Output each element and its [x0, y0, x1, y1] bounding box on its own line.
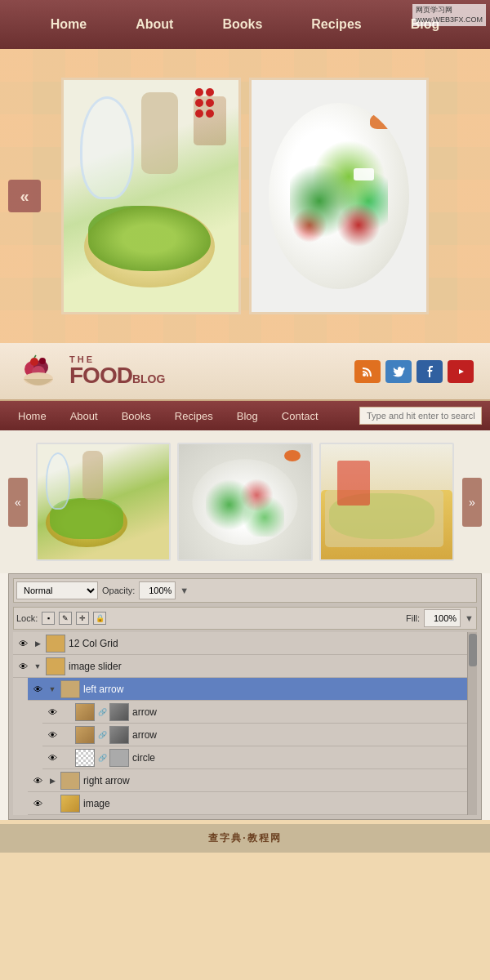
food-image-2: [252, 80, 426, 312]
layers-panel: Normal Opacity: ▼ Lock: ▪ ✎ ✛ 🔒 Fill: ▼ …: [8, 573, 482, 820]
footer-text: 查字典·教程网: [208, 831, 281, 845]
straw-dot: [195, 88, 203, 96]
image-slider-area: [0, 49, 490, 343]
nav-recipes[interactable]: Recipes: [311, 17, 361, 32]
svg-point-7: [363, 373, 366, 376]
opacity-input[interactable]: [139, 581, 176, 599]
opacity-label: Opacity:: [102, 586, 135, 595]
lock-position-icon[interactable]: ✎: [59, 612, 72, 625]
rss-button[interactable]: [354, 360, 381, 383]
layer-row-right-arrow[interactable]: ▶ right arrow: [28, 769, 467, 792]
svg-line-5: [34, 355, 36, 358]
layer-name-circle: circle: [132, 752, 464, 764]
straw-dot: [195, 99, 203, 107]
thumb-food-3: [321, 444, 452, 559]
layer-row-arrow-1[interactable]: 🔗 arrow: [42, 701, 467, 724]
straw-dot: [206, 88, 214, 96]
layer-row-left-arrow[interactable]: ▼ left arrow: [28, 678, 467, 701]
thumb-circle-a: [75, 749, 95, 767]
eye-circle[interactable]: [46, 751, 59, 764]
expand-image-slider[interactable]: ▼: [33, 662, 42, 671]
thumb-arrow-2a: [75, 726, 95, 744]
straw-items: [195, 88, 224, 118]
logo-bowl: [16, 353, 61, 390]
layers-toolbar: Normal Opacity: ▼: [13, 578, 477, 603]
thumbs-row: [36, 443, 454, 561]
layer-row-12col[interactable]: ▶ 12 Col Grid: [13, 632, 467, 655]
lock-all-icon[interactable]: 🔒: [93, 612, 106, 625]
thumb-3[interactable]: [319, 443, 454, 561]
thumb-slider: «: [0, 430, 490, 573]
eye-left-arrow[interactable]: [31, 683, 44, 696]
layer-row-circle[interactable]: 🔗 circle: [42, 746, 467, 769]
thumb-food-2: [179, 444, 310, 559]
logo-text: THE FOOD BLOG: [69, 355, 165, 387]
lock-move-icon[interactable]: ✛: [76, 612, 89, 625]
opacity-arrow[interactable]: ▼: [180, 586, 189, 595]
twitter-button[interactable]: [385, 360, 412, 383]
link-icon-2: 🔗: [98, 731, 106, 739]
straw-dot: [206, 109, 214, 118]
thumb-right-arrow[interactable]: »: [462, 478, 482, 527]
carrot: [370, 113, 394, 129]
layer-name-image: image: [83, 798, 464, 809]
scrollbar-thumb[interactable]: [469, 634, 477, 666]
salad-content-2: [290, 140, 388, 261]
layer-name-arrow-1: arrow: [132, 706, 464, 718]
nav-about[interactable]: About: [136, 17, 173, 32]
layers-lock-row: Lock: ▪ ✎ ✛ 🔒 Fill: ▼: [13, 607, 477, 630]
lock-pixels-icon[interactable]: ▪: [42, 612, 55, 625]
layer-name-12col: 12 Col Grid: [69, 638, 464, 649]
thumb-food-1: [38, 444, 169, 559]
food-image-1: [64, 80, 238, 312]
lock-label: Lock:: [16, 613, 38, 623]
eye-image[interactable]: [31, 797, 44, 810]
eye-right-arrow[interactable]: [31, 774, 44, 787]
site-nav-about[interactable]: About: [60, 403, 108, 429]
site-nav-books[interactable]: Books: [112, 403, 161, 429]
fill-label: Fill:: [406, 613, 420, 623]
layer-row-image-slider[interactable]: ▼ image slider: [13, 655, 467, 678]
logo-area: THE FOOD BLOG: [16, 353, 165, 390]
site-nav-recipes[interactable]: Recipes: [165, 403, 223, 429]
layer-list: ▶ 12 Col Grid ▼ image slider ▼ left arr: [13, 632, 467, 815]
slider-left-arrow[interactable]: [8, 180, 41, 212]
layers-scrollbar[interactable]: [467, 632, 477, 815]
thumb-left-arrow[interactable]: «: [8, 478, 28, 527]
thumb-2[interactable]: [177, 443, 312, 561]
eye-image-slider[interactable]: [16, 660, 29, 673]
thumb-arrow-1b: [109, 703, 129, 721]
thumb-arrow-2b: [109, 726, 129, 744]
thumb-right-arrow: [60, 772, 80, 790]
expand-left-arrow[interactable]: ▼: [47, 684, 57, 694]
website-header: THE FOOD BLOG: [0, 343, 490, 401]
watermark: 网页学习网 www.WEB3FX.COM: [412, 4, 486, 26]
plate-2: [269, 103, 408, 288]
youtube-button[interactable]: [448, 360, 474, 383]
fill-arrow[interactable]: ▼: [465, 613, 474, 623]
top-section: Home About Books Recipes Blog 网页学习网 www.…: [0, 0, 490, 343]
nav-books[interactable]: Books: [222, 17, 262, 32]
site-nav-home[interactable]: Home: [8, 403, 56, 429]
facebook-button[interactable]: [416, 360, 443, 383]
logo-blog: BLOG: [132, 373, 165, 385]
layer-row-arrow-2[interactable]: 🔗 arrow: [42, 724, 467, 746]
thumb-1[interactable]: [36, 443, 171, 561]
fill-input[interactable]: [424, 609, 461, 627]
thumb-left-arrow: [60, 680, 80, 698]
site-nav-contact[interactable]: Contact: [272, 403, 328, 429]
thumb-arrow-1a: [75, 703, 95, 721]
eye-12col[interactable]: [16, 637, 29, 650]
thumb-image-slider: [46, 657, 65, 675]
site-nav-blog[interactable]: Blog: [227, 403, 268, 429]
nav-home[interactable]: Home: [51, 17, 87, 32]
eye-arrow-1[interactable]: [46, 706, 59, 719]
eye-arrow-2[interactable]: [46, 728, 59, 742]
expand-12col[interactable]: ▶: [33, 639, 42, 648]
bottom-section: THE FOOD BLOG: [0, 343, 490, 820]
slide-1: [61, 78, 241, 314]
layer-row-image[interactable]: image: [28, 792, 467, 815]
expand-right-arrow[interactable]: ▶: [47, 776, 57, 786]
blend-mode-select[interactable]: Normal: [16, 581, 98, 599]
search-input[interactable]: [359, 407, 482, 425]
